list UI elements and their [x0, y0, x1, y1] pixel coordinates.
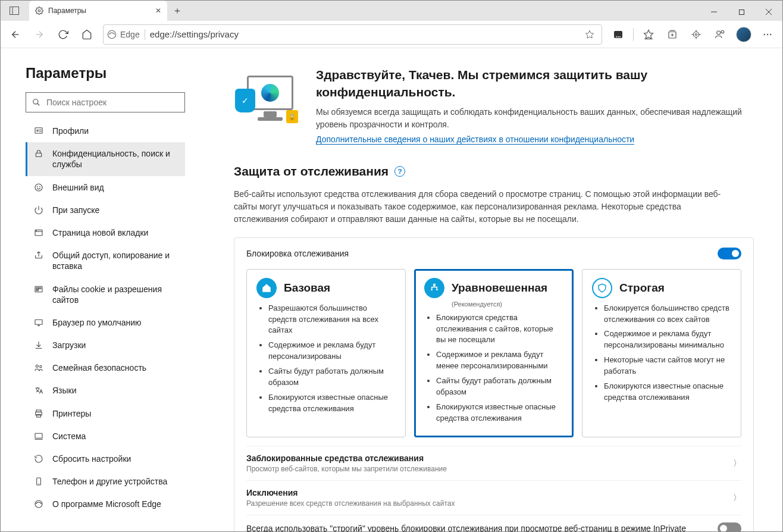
new-tab-button[interactable]: ＋	[167, 1, 187, 21]
sidebar-item[interactable]: Система	[26, 425, 185, 447]
extensions-icon[interactable]	[685, 23, 707, 46]
sidebar-item[interactable]: Конфиденциальность, поиск и службы	[26, 142, 185, 176]
strict-inprivate-row: Всегда использовать "строгий" уровень бл…	[246, 515, 741, 531]
lock-icon	[33, 148, 44, 158]
url-input[interactable]	[150, 29, 577, 39]
svg-point-11	[618, 36, 619, 37]
refresh-button[interactable]	[52, 23, 74, 46]
tracking-level-option[interactable]: Уравновешенная(Рекомендуется)Блокируются…	[414, 269, 574, 438]
hero-learn-more-link[interactable]: Дополнительные сведения о наших действия…	[316, 134, 634, 145]
appearance-icon	[33, 182, 44, 192]
more-menu-icon[interactable]	[756, 23, 779, 46]
svg-point-36	[37, 186, 38, 187]
browser-tab[interactable]: Параметры ✕	[29, 1, 167, 21]
tracking-block-label: Блокировка отслеживания	[246, 249, 349, 258]
svg-point-12	[619, 36, 621, 37]
sidebar-item-label: Принтеры	[52, 408, 91, 419]
sidebar-item-label: О программе Microsoft Edge	[52, 499, 161, 509]
site-identity[interactable]: Edge	[107, 30, 140, 39]
level-icon	[592, 278, 612, 298]
favorites-icon[interactable]	[637, 23, 660, 46]
svg-point-26	[721, 30, 724, 33]
settings-main[interactable]: ✓ 🔒 Здравствуйте, Ткачев. Мы стремимся з…	[210, 48, 782, 531]
lock-icon: 🔒	[286, 110, 298, 123]
level-bullet: Блокируются известные опасные средства о…	[268, 392, 396, 415]
sidebar-item-label: Семейная безопасность	[52, 362, 146, 373]
hero-title: Здравствуйте, Ткачев. Мы стремимся защит…	[316, 66, 754, 101]
feedback-icon[interactable]	[709, 23, 731, 46]
maximize-button[interactable]	[728, 3, 755, 21]
svg-point-19	[694, 32, 699, 37]
system-icon	[33, 431, 44, 441]
phone-icon	[33, 476, 44, 486]
vertical-tabs-icon[interactable]	[4, 1, 24, 21]
sidebar-heading: Параметры	[26, 65, 199, 82]
level-bullet: Блокируются известные опасные средства о…	[436, 402, 563, 424]
hero-illustration: ✓ 🔒	[234, 72, 299, 126]
sidebar-item[interactable]: Семейная безопасность	[26, 356, 185, 379]
level-bullet: Блокируются известные опасные средства о…	[604, 381, 731, 403]
tracking-level-option[interactable]: СтрогаяБлокируется большинство средств о…	[582, 269, 741, 438]
info-icon[interactable]: ?	[394, 166, 405, 177]
sidebar-item[interactable]: Общий доступ, копирование и вставка	[26, 244, 185, 277]
search-icon	[32, 98, 40, 107]
level-bullets: Блокируются средства отслеживания с сайт…	[424, 312, 563, 424]
exceptions-sub: Разрешение всех средств отслеживания на …	[246, 499, 455, 508]
blocked-trackers-row[interactable]: Заблокированные средства отслеживания Пр…	[246, 446, 741, 480]
sidebar-item[interactable]: При запуске	[26, 199, 185, 221]
tracker-badge-icon[interactable]	[607, 23, 629, 46]
exceptions-row[interactable]: Исключения Разрешение всех средств отсле…	[246, 480, 741, 515]
profile-icon	[33, 126, 44, 136]
sidebar-item[interactable]: Профили	[26, 120, 185, 142]
tab-title: Параметры	[48, 7, 151, 15]
sidebar-item[interactable]: Языки	[26, 379, 185, 402]
sidebar-item[interactable]: Страница новой вкладки	[26, 221, 185, 244]
address-bar[interactable]: Edge	[103, 24, 602, 45]
tracking-toggle[interactable]	[718, 248, 741, 259]
search-input[interactable]	[46, 98, 178, 107]
profile-avatar[interactable]	[732, 23, 755, 46]
svg-rect-45	[36, 289, 38, 290]
sidebar-item[interactable]: Телефон и другие устройства	[26, 470, 185, 493]
back-button[interactable]	[4, 23, 27, 46]
level-bullet: Сайты будут работать должным образом	[268, 366, 396, 389]
collections-icon[interactable]	[661, 23, 684, 46]
edge-icon	[107, 30, 117, 39]
separator	[633, 28, 634, 41]
svg-point-51	[40, 366, 42, 368]
forward-button[interactable]	[28, 23, 51, 46]
tracking-level-option[interactable]: БазоваяРазрешаются большинство средств о…	[246, 269, 406, 438]
svg-point-61	[434, 284, 436, 286]
sidebar-item[interactable]: Файлы cookie и разрешения сайтов	[26, 278, 185, 311]
sidebar-item[interactable]: Принтеры	[26, 402, 185, 425]
sidebar-item-label: Профили	[52, 126, 89, 136]
strict-inprivate-toggle[interactable]	[718, 522, 741, 531]
home-button[interactable]	[76, 23, 98, 46]
settings-search[interactable]	[26, 92, 185, 112]
sidebar-item[interactable]: Внешний вид	[26, 176, 185, 199]
shield-icon: ✓	[235, 89, 255, 112]
sidebar-item[interactable]: Загрузки	[26, 334, 185, 356]
svg-point-41	[36, 230, 37, 231]
svg-point-27	[764, 33, 765, 35]
sidebar-item[interactable]: Браузер по умолчанию	[26, 311, 185, 334]
favorite-star-icon[interactable]	[581, 23, 598, 46]
sidebar-item-label: Система	[52, 431, 86, 442]
svg-rect-4	[739, 10, 744, 14]
reset-icon	[33, 453, 44, 464]
svg-marker-13	[644, 30, 653, 38]
level-bullet: Разрешаются большинство средств отслежив…	[268, 303, 396, 337]
sidebar-item[interactable]: Сбросить настройки	[26, 447, 185, 470]
close-icon[interactable]: ✕	[155, 7, 161, 15]
sidebar-item[interactable]: О программе Microsoft Edge	[26, 493, 185, 515]
level-title: Уравновешенная	[452, 281, 547, 295]
svg-point-35	[35, 184, 42, 191]
svg-point-25	[717, 31, 721, 35]
svg-rect-55	[37, 414, 41, 417]
window-controls	[700, 3, 782, 21]
svg-point-29	[770, 33, 771, 35]
minimize-button[interactable]	[700, 3, 728, 21]
printer-icon	[33, 408, 44, 418]
level-bullet: Некоторые части сайтов могут не работать	[604, 355, 731, 377]
close-window-button[interactable]	[755, 3, 782, 21]
